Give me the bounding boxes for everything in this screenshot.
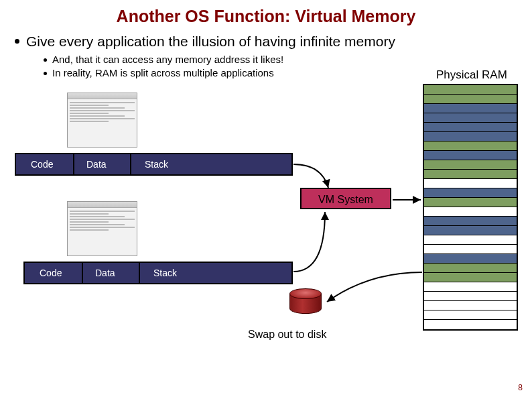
- sub-bullet-2: In reality, RAM is split across multiple…: [44, 67, 283, 78]
- ram-page: [424, 235, 517, 245]
- ram-page: [424, 160, 517, 170]
- page-number: 8: [518, 383, 523, 392]
- seg-label-code: Code: [40, 268, 62, 278]
- sub-bullet-1: And, that it can access any memory addre…: [44, 54, 283, 65]
- ram-page: [424, 104, 517, 113]
- seg-label-stack: Stack: [153, 268, 177, 278]
- ram-page: [424, 95, 517, 104]
- ram-page: [424, 188, 517, 198]
- vm-system-box: VM System: [300, 188, 391, 209]
- process-2-memory-bar: Code Data Stack: [23, 262, 293, 284]
- seg-label-stack: Stack: [145, 159, 168, 170]
- app-window-thumbnail-1: [67, 93, 137, 148]
- ram-page: [424, 141, 517, 151]
- seg-label-data: Data: [86, 159, 107, 170]
- ram-page: [424, 264, 517, 273]
- ram-page: [424, 179, 517, 188]
- ram-page: [424, 254, 517, 264]
- ram-page: [424, 310, 517, 320]
- ram-page: [424, 85, 517, 95]
- ram-page: [424, 245, 517, 254]
- arrow-bar2-to-vm: [288, 208, 342, 275]
- sub-bullet-list: And, that it can access any memory addre…: [44, 54, 283, 80]
- seg-label-data: Data: [95, 268, 115, 278]
- ram-page: [424, 132, 517, 141]
- ram-page: [424, 273, 517, 282]
- ram-page: [424, 282, 517, 292]
- ram-page: [424, 217, 517, 226]
- main-bullet: Give every application the illusion of h…: [15, 34, 395, 50]
- ram-page: [424, 151, 517, 160]
- ram-page: [424, 123, 517, 132]
- seg-label-code: Code: [31, 159, 53, 170]
- arrow-ram-to-disk: [322, 268, 429, 308]
- app-window-thumbnail-2: [67, 201, 137, 256]
- ram-page: [424, 113, 517, 123]
- ram-page: [424, 226, 517, 235]
- ram-page: [424, 198, 517, 207]
- disk-icon: [289, 288, 322, 317]
- arrow-vm-to-ram: [390, 194, 427, 208]
- swap-label: Swap out to disk: [248, 329, 326, 341]
- physical-ram-label: Physical RAM: [436, 68, 507, 82]
- ram-page: [424, 320, 517, 329]
- ram-page: [424, 301, 517, 310]
- slide-title: Another OS Function: Virtual Memory: [0, 7, 532, 26]
- ram-page: [424, 170, 517, 179]
- process-1-memory-bar: Code Data Stack: [15, 153, 293, 176]
- ram-page: [424, 292, 517, 301]
- ram-page: [424, 207, 517, 217]
- physical-ram-column: [423, 84, 518, 331]
